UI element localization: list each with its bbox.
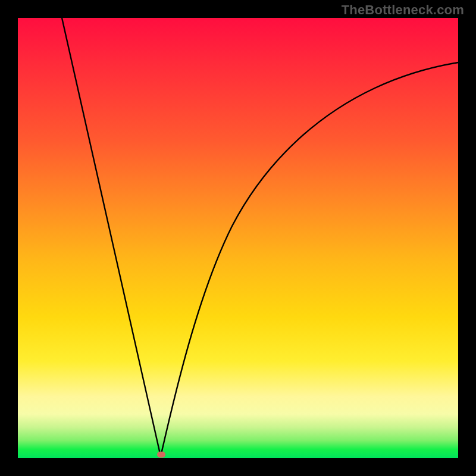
- watermark-text: TheBottleneck.com: [342, 2, 464, 18]
- bottleneck-curve: [18, 18, 458, 458]
- left-branch-path: [62, 18, 161, 456]
- minimum-marker: [157, 452, 165, 458]
- chart-frame: TheBottleneck.com: [0, 0, 476, 476]
- right-branch-path: [161, 62, 458, 456]
- plot-area: [18, 18, 458, 458]
